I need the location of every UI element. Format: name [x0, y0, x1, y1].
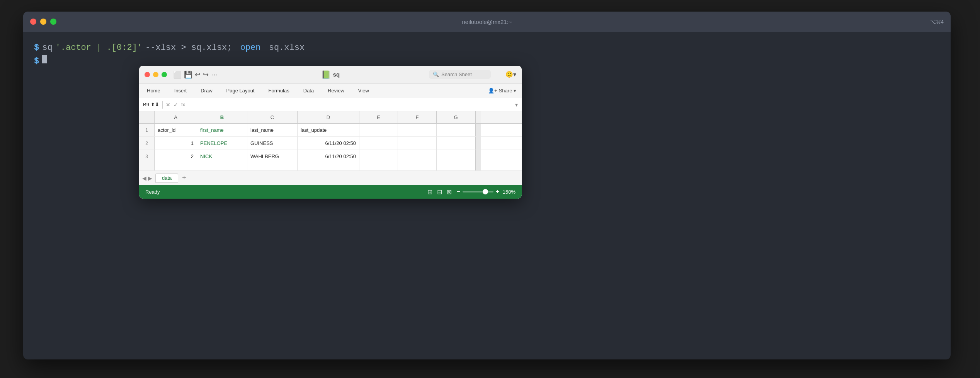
cell-f1[interactable] — [398, 124, 437, 136]
row-num-1: 1 — [139, 124, 155, 136]
prev-sheet-icon[interactable]: ◀ — [142, 175, 146, 181]
col-header-d[interactable]: D — [298, 111, 359, 123]
sidebar-icon[interactable]: ⬜ — [173, 70, 182, 79]
cell-d2[interactable]: 6/11/20 02:50 — [298, 137, 359, 150]
cell-empty[interactable] — [197, 163, 247, 170]
confirm-formula-icon[interactable]: ✓ — [174, 102, 178, 108]
ribbon-page-layout[interactable]: Page Layout — [224, 86, 257, 95]
ribbon-review[interactable]: Review — [325, 86, 347, 95]
excel-close-button[interactable] — [145, 72, 150, 77]
ribbon-draw[interactable]: Draw — [198, 86, 214, 95]
excel-title: sq — [333, 71, 340, 78]
cell-f3[interactable] — [398, 150, 437, 163]
sheet-tab-data[interactable]: data — [155, 173, 178, 183]
search-input[interactable] — [441, 72, 487, 77]
header-corner — [139, 111, 155, 123]
command-file: sq.xlsx — [264, 41, 305, 54]
cancel-formula-icon[interactable]: ✕ — [166, 102, 170, 108]
share-button[interactable]: 👤+ Share ▾ — [488, 88, 516, 94]
zoom-out-button[interactable]: − — [456, 188, 460, 195]
redo-icon[interactable]: ↪ — [203, 70, 209, 79]
more-icon[interactable]: ⋯ — [211, 70, 218, 79]
ribbon-insert[interactable]: Insert — [172, 86, 189, 95]
command-open: open — [235, 41, 260, 54]
ribbon-formulas[interactable]: Formulas — [266, 86, 292, 95]
cell-reference: B9 ⬆⬇ — [143, 102, 159, 107]
terminal-minimize-button[interactable] — [40, 19, 46, 25]
search-box[interactable]: 🔍 — [429, 70, 491, 79]
share-icon: 👤+ — [488, 88, 497, 94]
cell-b2[interactable]: PENELOPE — [197, 137, 247, 150]
col-header-c[interactable]: C — [247, 111, 298, 123]
formula-bar-expand[interactable]: ▾ — [515, 102, 518, 108]
cell-g3[interactable] — [437, 150, 475, 163]
col-label-g: G — [454, 114, 458, 120]
command-string: '.actor | .[0:2]' — [56, 41, 142, 54]
column-headers: A B C D E F G — [139, 111, 522, 124]
cell-empty[interactable] — [359, 163, 398, 170]
excel-window: ⬜ 💾 ↩ ↪ ⋯ 📗 sq 🔍 🙂▾ Home Insert Draw Pag… — [139, 66, 522, 199]
prompt-2: $ — [34, 54, 39, 68]
cell-e1[interactable] — [359, 124, 398, 136]
scrollbar-spacer — [475, 163, 481, 170]
cell-empty[interactable] — [247, 163, 298, 170]
table-row: 3 2 NICK WAHLBERG 6/11/20 02:50 — [139, 150, 522, 163]
ribbon: Home Insert Draw Page Layout Formulas Da… — [139, 83, 522, 98]
scrollbar-col-spacer — [475, 111, 481, 123]
col-header-f[interactable]: F — [398, 111, 437, 123]
cell-b3[interactable]: NICK — [197, 150, 247, 163]
terminal-cursor — [42, 55, 47, 63]
ribbon-data[interactable]: Data — [301, 86, 316, 95]
excel-logo-icon: 📗 — [321, 70, 331, 79]
cell-f2[interactable] — [398, 137, 437, 150]
terminal-keyboard-shortcut: ⌥⌘4 — [930, 19, 944, 25]
cell-e3[interactable] — [359, 150, 398, 163]
cell-c3[interactable]: WAHLBERG — [247, 150, 298, 163]
normal-view-button[interactable]: ⊞ — [427, 188, 432, 196]
cell-a2[interactable]: 1 — [155, 137, 197, 150]
cell-a3[interactable]: 2 — [155, 150, 197, 163]
cell-empty[interactable] — [398, 163, 437, 170]
tab-navigation: ◀ ▶ — [142, 175, 152, 181]
add-sheet-button[interactable]: + — [180, 174, 189, 182]
excel-minimize-button[interactable] — [153, 72, 158, 77]
cell-d3[interactable]: 6/11/20 02:50 — [298, 150, 359, 163]
scrollbar-right-r2 — [475, 137, 481, 150]
ribbon-home[interactable]: Home — [145, 86, 163, 95]
cell-g2[interactable] — [437, 137, 475, 150]
page-break-view-button[interactable]: ⊠ — [447, 188, 452, 196]
emoji-button[interactable]: 🙂▾ — [505, 71, 516, 78]
cell-c2[interactable]: GUINESS — [247, 137, 298, 150]
ribbon-view[interactable]: View — [356, 86, 371, 95]
terminal-window-controls — [30, 19, 56, 25]
cell-empty[interactable] — [437, 163, 475, 170]
zoom-percentage: 150% — [502, 189, 516, 195]
col-header-g[interactable]: G — [437, 111, 475, 123]
page-layout-view-button[interactable]: ⊟ — [437, 188, 442, 196]
table-row: 2 1 PENELOPE GUINESS 6/11/20 02:50 — [139, 137, 522, 150]
col-header-e[interactable]: E — [359, 111, 398, 123]
col-header-b[interactable]: B — [197, 111, 247, 123]
cell-g1[interactable] — [437, 124, 475, 136]
formula-bar: B9 ⬆⬇ ✕ ✓ fx ▾ — [139, 98, 522, 111]
cell-c1[interactable]: last_name — [247, 124, 298, 136]
cell-empty[interactable] — [155, 163, 197, 170]
col-header-a[interactable]: A — [155, 111, 197, 123]
status-right: ⊞ ⊟ ⊠ − + 150% — [427, 188, 516, 196]
cell-e2[interactable] — [359, 137, 398, 150]
cell-d1[interactable]: last_update — [298, 124, 359, 136]
excel-maximize-button[interactable] — [162, 72, 167, 77]
terminal-maximize-button[interactable] — [50, 19, 56, 25]
terminal-close-button[interactable] — [30, 19, 36, 25]
cell-a1[interactable]: actor_id — [155, 124, 197, 136]
cell-b1[interactable]: first_name — [197, 124, 247, 136]
col-label-e: E — [377, 114, 380, 120]
save-icon[interactable]: 💾 — [184, 70, 192, 79]
formula-action-icons: ✕ ✓ — [166, 102, 178, 108]
undo-icon[interactable]: ↩ — [195, 70, 201, 79]
zoom-in-button[interactable]: + — [496, 188, 499, 195]
zoom-slider[interactable] — [463, 191, 493, 192]
next-sheet-icon[interactable]: ▶ — [148, 175, 152, 181]
cell-empty[interactable] — [298, 163, 359, 170]
terminal-line-1: $ sq '.actor | .[0:2]' --xlsx > sq.xlsx;… — [34, 41, 940, 54]
